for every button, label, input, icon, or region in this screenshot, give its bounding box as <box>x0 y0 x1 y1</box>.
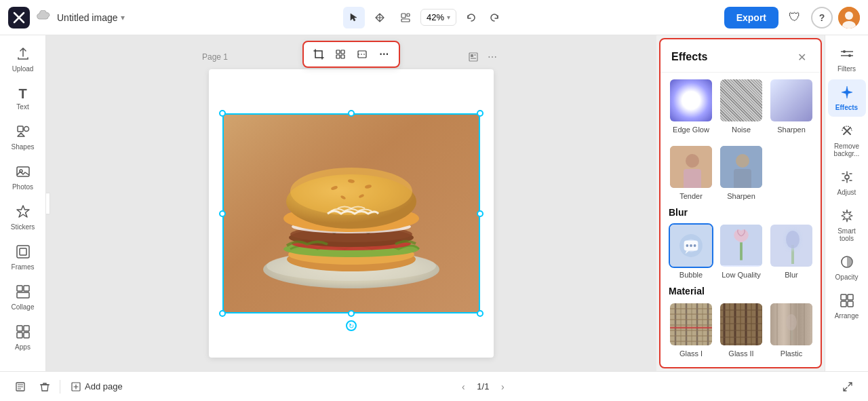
notes-button[interactable] <box>11 377 30 396</box>
svg-rect-53 <box>734 169 751 189</box>
selected-image[interactable]: ↻ <box>222 113 480 313</box>
sidebar-item-label: Frames <box>12 263 35 271</box>
sidebar-item-label: Photos <box>12 183 33 191</box>
flip-button[interactable] <box>353 45 372 64</box>
collage-icon <box>16 284 31 302</box>
sidebar-item-apps[interactable]: Apps <box>4 319 42 356</box>
redo-button[interactable] <box>484 7 505 28</box>
crop-button[interactable] <box>309 45 328 64</box>
topbar: Untitled image ▾ 42% ▾ <box>0 0 868 35</box>
right-sidebar-item-adjust[interactable]: Adjust <box>828 164 866 202</box>
svg-rect-2 <box>401 19 410 22</box>
sidebar-item-upload[interactable]: Upload <box>4 41 42 78</box>
pan-tool-button[interactable] <box>369 7 391 28</box>
remove-bg-icon <box>840 123 854 141</box>
sidebar-item-frames[interactable]: Frames <box>4 239 42 276</box>
frames-icon <box>16 244 31 262</box>
sidebar-item-shapes[interactable]: Shapes <box>4 119 42 156</box>
effect-item-glass2[interactable]: Glass II <box>719 302 764 358</box>
expand-button[interactable] <box>838 377 857 396</box>
more-options-button[interactable]: ⋯ <box>484 49 500 65</box>
help-icon[interactable]: ? <box>811 7 833 28</box>
effect-item-sharpen[interactable]: Sharpen <box>769 78 812 134</box>
sidebar-item-stickers[interactable]: Stickers <box>4 199 42 236</box>
effects-header: Effects ✕ <box>660 39 821 73</box>
material-effects-row: Glass I <box>669 302 812 358</box>
svg-rect-13 <box>24 326 29 331</box>
effect-item-low-quality[interactable]: Low Quality <box>719 223 764 279</box>
zoom-control[interactable]: 42% ▾ <box>420 9 456 26</box>
layout-button[interactable] <box>395 7 416 28</box>
rotate-handle[interactable]: ↻ <box>346 320 357 331</box>
blur-section-title: Blur <box>669 207 812 218</box>
more-image-button[interactable]: ⋯ <box>374 45 393 64</box>
svg-rect-18 <box>474 54 476 56</box>
adjust-icon <box>840 170 854 187</box>
text-icon: T <box>18 86 26 102</box>
export-button[interactable]: Export <box>724 7 778 28</box>
right-sidebar-item-arrange[interactable]: Arrange <box>828 288 866 325</box>
svg-point-59 <box>690 244 692 247</box>
resize-handle-bl[interactable] <box>219 310 226 317</box>
effect-item-edge-glow[interactable]: Edge Glow <box>669 78 713 134</box>
right-sidebar-item-opacity[interactable]: Opacity <box>828 249 866 286</box>
right-sidebar-item-remove-bg[interactable]: Remove backgr... <box>828 118 866 163</box>
glass1-label: Glass I <box>679 349 703 358</box>
photos-icon <box>16 164 31 182</box>
stickers-icon <box>16 204 31 222</box>
effects-close-button[interactable]: ✕ <box>793 49 810 65</box>
zoom-chevron-icon: ▾ <box>447 14 450 21</box>
app-logo[interactable] <box>8 7 30 28</box>
effect-item-bubble[interactable]: Bubble <box>669 223 713 279</box>
effect-item-plastic[interactable]: Plastic <box>769 302 812 358</box>
svg-rect-7 <box>17 246 29 258</box>
effect-item-noise[interactable]: Noise <box>719 78 764 134</box>
resize-handle-bm[interactable] <box>348 310 355 317</box>
avatar[interactable] <box>838 7 860 28</box>
undo-button[interactable] <box>460 7 482 28</box>
bottom-bar: Add page ‹ 1/1 › <box>0 371 868 401</box>
resize-handle-tr[interactable] <box>477 110 484 117</box>
svg-rect-9 <box>17 286 22 291</box>
right-icon-bar: Filters Effects Remove backgr... <box>825 35 868 371</box>
resize-handle-ml[interactable] <box>219 210 226 217</box>
right-sidebar-label: Remove backgr... <box>831 142 863 157</box>
add-page-button[interactable]: Add page <box>66 379 128 394</box>
right-sidebar-item-effects[interactable]: Effects <box>828 79 866 117</box>
trash-button[interactable] <box>35 377 54 396</box>
next-page-button[interactable]: › <box>494 379 511 395</box>
effects-title: Effects <box>671 51 707 63</box>
sidebar-item-collage[interactable]: Collage <box>4 279 42 316</box>
plastic-label: Plastic <box>781 349 802 358</box>
panel-collapse-handle[interactable]: ‹ <box>46 193 50 214</box>
effect-item-glass1[interactable]: Glass I <box>669 302 713 358</box>
select-tool-button[interactable] <box>343 7 365 28</box>
svg-rect-115 <box>841 294 846 300</box>
svg-point-4 <box>24 127 28 132</box>
thumbnail-button[interactable] <box>465 49 481 65</box>
document-title[interactable]: Untitled image ▾ <box>57 12 125 23</box>
canvas-frame: ⋯ ↻ <box>209 69 494 358</box>
resize-handle-tl[interactable] <box>219 110 226 117</box>
sidebar-item-text[interactable]: T Text <box>4 81 42 116</box>
effect-item-blur[interactable]: Blur <box>769 223 812 279</box>
right-sidebar-item-smart-tools[interactable]: Smart tools <box>828 203 866 248</box>
prev-page-button[interactable]: ‹ <box>455 379 471 395</box>
grid-button[interactable] <box>331 45 350 64</box>
page-indicator: 1/1 <box>477 381 489 392</box>
sidebar-item-photos[interactable]: Photos <box>4 159 42 196</box>
svg-rect-116 <box>848 294 853 300</box>
effect-item-sharpen2[interactable]: Sharpen <box>719 145 764 200</box>
effect-item-tender[interactable]: Tender <box>669 145 713 200</box>
sharpen2-thumb <box>719 145 764 189</box>
sidebar-item-label: Stickers <box>11 223 35 231</box>
toolbar-center: 42% ▾ <box>132 7 717 28</box>
resize-handle-mr[interactable] <box>477 210 484 217</box>
svg-rect-62 <box>740 242 743 260</box>
glass2-label: Glass II <box>728 349 753 358</box>
shield-icon[interactable]: 🛡 <box>784 7 806 28</box>
glass2-thumb <box>719 302 764 347</box>
resize-handle-tm[interactable] <box>348 110 355 117</box>
right-sidebar-item-filters[interactable]: Filters <box>828 41 866 78</box>
resize-handle-br[interactable] <box>477 310 484 317</box>
